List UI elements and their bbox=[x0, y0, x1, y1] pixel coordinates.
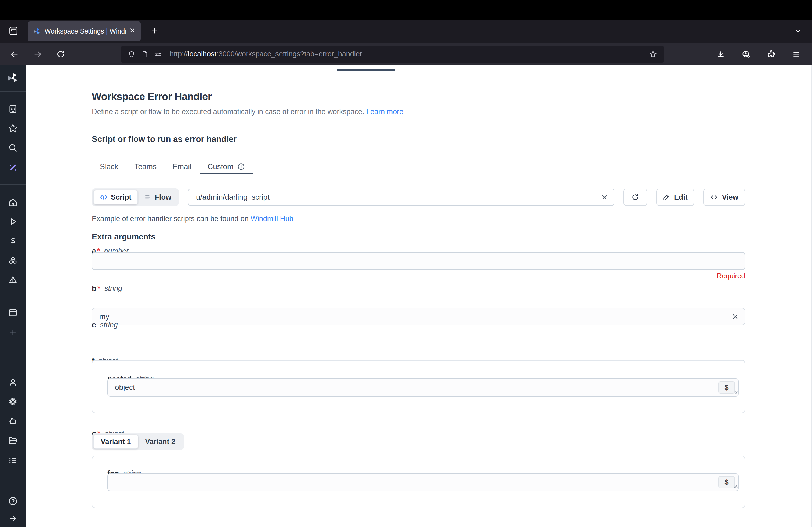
active-page-tab-indicator bbox=[337, 69, 395, 71]
tab-teams[interactable]: Teams bbox=[126, 160, 164, 174]
gear-icon bbox=[8, 397, 18, 408]
browser-toolbar: http://localhost:3000/workspace_settings… bbox=[0, 43, 812, 65]
field-nested-input[interactable] bbox=[107, 378, 739, 396]
url-text[interactable]: http://localhost:3000/workspace_settings… bbox=[170, 50, 649, 58]
user-icon bbox=[8, 378, 18, 389]
sidebar-collapse-button[interactable] bbox=[6, 512, 19, 525]
screen: Workspace Settings | Windmill bbox=[0, 0, 812, 527]
menu-button[interactable] bbox=[789, 47, 804, 62]
resize-handle[interactable] bbox=[731, 482, 738, 490]
url-prefix: http:// bbox=[170, 50, 188, 58]
info-icon[interactable] bbox=[237, 163, 245, 171]
field-g-object-box: foo string $ bbox=[92, 456, 745, 508]
sidebar-item-workspace[interactable] bbox=[6, 103, 19, 116]
calendar-icon bbox=[8, 307, 18, 318]
clear-b-icon[interactable] bbox=[731, 313, 739, 321]
tab-custom[interactable]: Custom bbox=[200, 160, 253, 174]
learn-more-link[interactable]: Learn more bbox=[366, 108, 403, 116]
plus-icon bbox=[8, 328, 17, 338]
extensions-button[interactable] bbox=[764, 47, 779, 62]
field-g-label: g* object bbox=[92, 429, 745, 438]
shield-icon[interactable] bbox=[128, 50, 135, 58]
field-a bbox=[92, 252, 745, 270]
refresh-icon bbox=[631, 193, 640, 201]
magic-wand-icon bbox=[8, 162, 18, 174]
sidebar-item-add[interactable] bbox=[6, 326, 19, 339]
bookmark-star-icon[interactable] bbox=[649, 50, 657, 58]
tab-email[interactable]: Email bbox=[164, 160, 200, 174]
windmill-hub-link[interactable]: Windmill Hub bbox=[250, 215, 293, 223]
sidebar-item-resources[interactable] bbox=[6, 255, 19, 268]
field-foo-input[interactable] bbox=[107, 473, 739, 491]
refresh-button[interactable] bbox=[624, 189, 647, 206]
sidebar-item-workers[interactable] bbox=[6, 416, 19, 428]
page-tabs-bottom-border bbox=[92, 71, 745, 71]
sidebar-item-settings[interactable] bbox=[6, 396, 19, 409]
new-tab-button[interactable] bbox=[147, 24, 162, 39]
script-picker-row: Script Flow Edit bbox=[92, 189, 745, 206]
forward-button[interactable] bbox=[30, 47, 45, 62]
flow-toggle[interactable]: Flow bbox=[138, 190, 177, 205]
sidebar-item-favorites[interactable] bbox=[6, 122, 19, 135]
boxes-icon bbox=[8, 256, 18, 267]
list-all-tabs-button[interactable] bbox=[791, 24, 806, 39]
script-path-input[interactable] bbox=[188, 189, 614, 206]
field-nested: $ bbox=[107, 378, 739, 396]
resize-handle[interactable] bbox=[731, 388, 738, 395]
windmill-favicon bbox=[33, 27, 41, 35]
script-flow-toggle: Script Flow bbox=[92, 189, 179, 206]
windmill-logo[interactable] bbox=[6, 72, 19, 85]
section-title: Script or flow to run as error handler bbox=[92, 134, 745, 144]
field-foo: $ bbox=[107, 473, 739, 491]
search-icon bbox=[8, 143, 18, 154]
tab-close-icon[interactable] bbox=[129, 27, 136, 36]
play-icon bbox=[8, 217, 18, 228]
dollar-icon bbox=[8, 236, 18, 247]
sidebar-item-schedules[interactable] bbox=[6, 306, 19, 319]
url-rest: :3000/workspace_settings?tab=error_handl… bbox=[216, 50, 362, 58]
script-toggle[interactable]: Script bbox=[93, 190, 138, 205]
field-a-input[interactable] bbox=[92, 252, 745, 270]
robot-icon bbox=[8, 416, 18, 427]
variant-toggle: Variant 1 Variant 2 bbox=[92, 433, 184, 450]
flow-icon bbox=[144, 193, 152, 201]
sidebar-toggle-button[interactable] bbox=[6, 24, 21, 39]
sidebar-item-help[interactable] bbox=[6, 495, 19, 508]
code-icon bbox=[100, 193, 108, 201]
tab-slack[interactable]: Slack bbox=[92, 160, 126, 174]
page-info-icon[interactable] bbox=[141, 50, 148, 58]
sidebar-item-users[interactable] bbox=[6, 377, 19, 390]
back-button[interactable] bbox=[7, 47, 22, 62]
page-title: Workspace Error Handler bbox=[92, 91, 745, 103]
edit-button[interactable]: Edit bbox=[656, 189, 694, 206]
sidebar-item-folders[interactable] bbox=[6, 435, 19, 448]
url-host: localhost bbox=[188, 50, 217, 58]
list-icon bbox=[8, 455, 18, 466]
top-black-strip bbox=[0, 0, 812, 19]
sidebar-divider bbox=[0, 184, 26, 185]
sidebar-item-triggers[interactable] bbox=[6, 274, 19, 287]
account-button[interactable] bbox=[738, 47, 753, 62]
home-icon bbox=[8, 197, 18, 209]
sidebar-item-variables[interactable] bbox=[6, 235, 19, 248]
extra-arguments-title: Extra arguments bbox=[92, 232, 745, 241]
permissions-icon[interactable] bbox=[154, 50, 162, 58]
view-button[interactable]: View bbox=[703, 189, 745, 206]
tab-title: Workspace Settings | Windmill bbox=[45, 27, 126, 35]
sidebar-item-ai[interactable] bbox=[6, 162, 19, 175]
sidebar-toggle-icon bbox=[8, 26, 19, 37]
clear-path-icon[interactable] bbox=[600, 193, 608, 201]
reload-button[interactable] bbox=[53, 47, 68, 62]
app-sidebar bbox=[0, 65, 26, 527]
browser-tab[interactable]: Workspace Settings | Windmill bbox=[28, 21, 141, 41]
sidebar-item-logs[interactable] bbox=[6, 454, 19, 467]
help-icon bbox=[8, 496, 18, 508]
code-brackets-icon bbox=[710, 193, 718, 201]
downloads-button[interactable] bbox=[713, 47, 728, 62]
url-bar[interactable]: http://localhost:3000/workspace_settings… bbox=[121, 46, 664, 63]
sidebar-item-home[interactable] bbox=[6, 196, 19, 209]
sidebar-item-runs[interactable] bbox=[6, 216, 19, 229]
variant-1-tab[interactable]: Variant 1 bbox=[93, 435, 138, 449]
sidebar-item-search[interactable] bbox=[6, 142, 19, 155]
variant-2-tab[interactable]: Variant 2 bbox=[138, 435, 183, 449]
